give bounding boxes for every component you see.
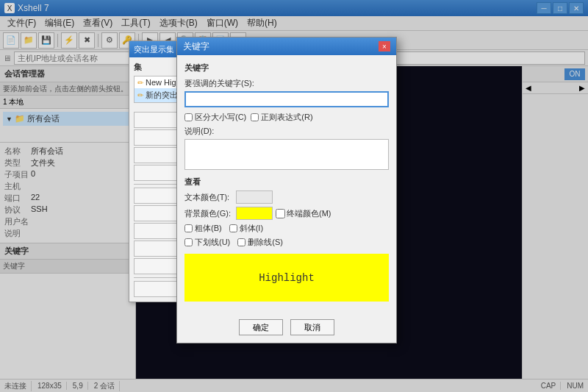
- text-color-box[interactable]: [236, 190, 273, 204]
- bg-color-label: 背景颜色(G):: [184, 208, 236, 219]
- dialog-title-text: 关键字: [183, 40, 209, 53]
- look-section: 查看 文本颜色(T): 背景颜色(G): 终端颜色(M) 粗体(B): [184, 177, 389, 248]
- desc-field-label: 说明(D):: [184, 126, 389, 137]
- style-row-2: 下划线(U) 删除线(S): [184, 237, 389, 248]
- italic-checkbox[interactable]: [229, 224, 237, 232]
- checkbox-regex-label: 正则表达式(R): [251, 112, 312, 123]
- desc-textarea[interactable]: [184, 139, 389, 170]
- dialog-cancel-button[interactable]: 取消: [290, 319, 334, 335]
- text-color-label: 文本颜色(T):: [184, 192, 236, 203]
- dialog-ok-button[interactable]: 确定: [239, 319, 283, 335]
- dialog-section-keyword: 关键字: [184, 63, 389, 74]
- checkbox-row-1: 区分大小写(C) 正则表达式(R): [184, 112, 389, 123]
- style-row-1: 粗体(B) 斜体(I): [184, 223, 389, 234]
- dialog-body: 关键字 要强调的关键字(S): 区分大小写(C) 正则表达式(R) 说明(D):…: [177, 55, 396, 315]
- highlight-icon-1: ✏: [137, 79, 143, 87]
- bold-checkbox[interactable]: [184, 224, 193, 232]
- highlight-icon-2: ✏: [137, 91, 143, 99]
- underline-checkbox[interactable]: [184, 238, 193, 246]
- gradient-checkbox[interactable]: [276, 209, 285, 218]
- look-title: 查看: [184, 177, 389, 188]
- strikethrough-label: 删除线(S): [237, 237, 283, 248]
- strikethrough-checkbox[interactable]: [237, 238, 245, 246]
- dialog-footer: 确定 取消: [177, 315, 396, 343]
- text-color-row: 文本颜色(T):: [184, 190, 389, 204]
- keyword-field-label: 要强调的关键字(S):: [184, 78, 389, 89]
- underline-label: 下划线(U): [184, 237, 230, 248]
- checkbox-case[interactable]: [184, 113, 193, 121]
- bold-label: 粗体(B): [184, 223, 222, 234]
- preview-text: Highlight: [259, 272, 315, 284]
- bg-color-row: 背景颜色(G): 终端颜色(M): [184, 207, 389, 220]
- dialog-titlebar: 关键字 ×: [177, 38, 396, 55]
- italic-label: 斜体(I): [229, 223, 263, 234]
- gradient-label: 终端颜色(M): [276, 208, 331, 219]
- keyword-dialog: 关键字 × 关键字 要强调的关键字(S): 区分大小写(C) 正则表达式(R) …: [176, 37, 397, 343]
- preview-box: Highlight: [184, 254, 389, 302]
- keyword-input[interactable]: [184, 91, 389, 107]
- checkbox-regex[interactable]: [251, 113, 259, 121]
- checkbox-case-label: 区分大小写(C): [184, 112, 246, 123]
- bg-color-box[interactable]: [236, 207, 273, 220]
- dialog-close-button[interactable]: ×: [379, 41, 390, 51]
